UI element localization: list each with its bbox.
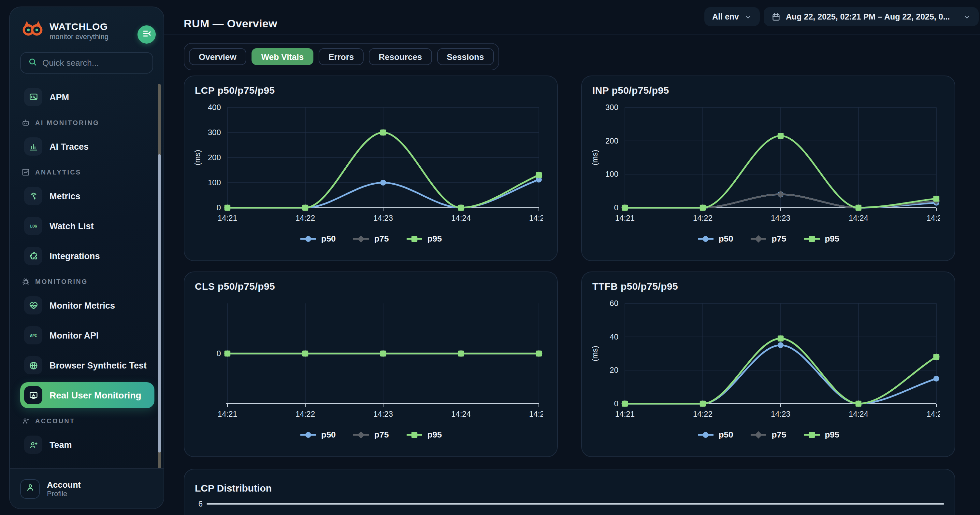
lcp-distribution-gridline <box>207 503 944 505</box>
ttfb-p95-point <box>622 401 628 407</box>
x-tick-label: 14:23 <box>771 214 791 222</box>
legend-item-p75[interactable]: p75 <box>353 234 389 244</box>
y-tick-label: 0 <box>614 203 618 212</box>
legend-label: p75 <box>374 430 389 439</box>
quick-search-input[interactable]: Quick search... <box>20 52 153 74</box>
lcp-p95-point <box>302 205 308 211</box>
inp-legend: p50p75p95 <box>582 234 955 244</box>
sidebar-item-apm[interactable]: APM <box>20 84 154 110</box>
legend-marker-circle <box>697 234 714 243</box>
legend-item-p95[interactable]: p95 <box>406 234 442 244</box>
calendar-icon <box>772 12 781 21</box>
charts-grid: LCP p50/p75/p95010020030040014:2114:2214… <box>184 76 955 457</box>
legend-item-p95[interactable]: p95 <box>803 234 839 244</box>
nav-icon-tile <box>24 137 42 155</box>
log-badge-icon: LOG <box>29 221 38 231</box>
sidebar-item-watch-list[interactable]: LOGWatch List <box>20 213 154 239</box>
y-tick-label: 200 <box>208 153 221 162</box>
sidebar-item-monitor-metrics[interactable]: Monitor Metrics <box>20 292 154 319</box>
sidebar-item-team[interactable]: Team <box>20 432 154 458</box>
inp-chart: 010020030014:2114:2214:2314:2414:25(ms) <box>587 102 940 230</box>
section-header-analytics: ANALYTICS <box>22 167 154 176</box>
sidebar-item-integrations[interactable]: Integrations <box>20 243 154 269</box>
legend-marker-square <box>406 234 423 243</box>
legend-item-p95[interactable]: p95 <box>803 430 839 439</box>
legend-label: p95 <box>825 430 839 439</box>
legend-item-p95[interactable]: p95 <box>406 430 442 439</box>
section-header-label: MONITORING <box>35 278 88 285</box>
nav-icon-tile <box>24 356 42 374</box>
tab-resources[interactable]: Resources <box>369 48 432 65</box>
y-tick-label: 100 <box>605 170 618 178</box>
tab-overview[interactable]: Overview <box>189 48 246 65</box>
page-title: RUM — Overview <box>184 18 277 31</box>
x-tick-label: 14:25 <box>529 214 543 222</box>
x-tick-label: 14:25 <box>529 409 543 418</box>
sidebar-item-metrics[interactable]: Metrics <box>20 183 154 209</box>
legend-item-p75[interactable]: p75 <box>750 234 786 244</box>
lcp-legend: p50p75p95 <box>185 234 557 244</box>
legend-item-p50[interactable]: p50 <box>300 234 336 244</box>
cls-p95-point <box>224 350 230 357</box>
legend-label: p75 <box>374 234 389 244</box>
account-footer[interactable]: Account Profile <box>10 468 164 509</box>
cls-p95-point <box>458 350 464 357</box>
section-header-label: AI MONITORING <box>35 119 99 126</box>
inp-chart-title: INP p50/p75/p95 <box>592 85 669 96</box>
legend-item-p75[interactable]: p75 <box>750 430 786 439</box>
ttfb-legend: p50p75p95 <box>582 430 955 439</box>
sidebar-item-label: Watch List <box>49 221 94 231</box>
chevron-down-icon <box>744 13 752 21</box>
tab-web-vitals[interactable]: Web Vitals <box>251 48 314 65</box>
avatar <box>20 479 40 498</box>
legend-item-p75[interactable]: p75 <box>353 430 389 439</box>
sidebar-collapse-button[interactable] <box>137 25 156 44</box>
sidebar-item-label: Monitor API <box>49 330 99 340</box>
tab-errors[interactable]: Errors <box>319 48 364 65</box>
x-tick-label: 14:21 <box>615 409 635 418</box>
x-tick-label: 14:25 <box>927 409 940 418</box>
legend-marker-diamond <box>750 234 767 243</box>
sidebar-item-monitor-api[interactable]: APIMonitor API <box>20 322 154 348</box>
sidebar-item-label: Browser Synthetic Test <box>49 360 146 370</box>
x-tick-label: 14:22 <box>693 214 713 222</box>
legend-item-p50[interactable]: p50 <box>697 430 733 439</box>
date-range-picker[interactable]: Aug 22, 2025, 02:21 PM – Aug 22, 2025, 0… <box>764 7 979 26</box>
sidebar-scrollbar-thumb[interactable] <box>158 154 161 453</box>
legend-item-p50[interactable]: p50 <box>697 234 733 244</box>
y-axis-unit-label: (ms) <box>590 346 599 361</box>
sidebar-item-label: APM <box>49 92 69 102</box>
sidebar-item-real-user-monitoring[interactable]: Real User Monitoring <box>20 382 154 408</box>
api-badge-icon: API <box>29 330 38 340</box>
y-axis-unit-label: (ms) <box>590 150 599 165</box>
sidebar-item-ai-traces[interactable]: AI Traces <box>20 133 154 160</box>
brand-tagline: monitor everything <box>49 32 108 40</box>
ttfb-p95-point <box>778 336 784 341</box>
env-select[interactable]: All env <box>705 7 760 26</box>
y-tick-label: 100 <box>208 178 221 187</box>
robot-icon <box>22 118 30 127</box>
legend-item-p50[interactable]: p50 <box>300 430 336 439</box>
x-tick-label: 14:23 <box>373 214 393 222</box>
legend-label: p50 <box>719 430 733 439</box>
inp-p95-point <box>622 205 628 211</box>
legend-label: p50 <box>321 234 336 244</box>
inp-p95-point <box>778 133 784 139</box>
legend-label: p95 <box>825 234 839 244</box>
lcp-chart-title: LCP p50/p75/p95 <box>195 85 275 96</box>
y-tick-label: 0 <box>216 203 221 212</box>
lcp-p50-point <box>380 180 386 185</box>
watchlog-owl-logo-icon <box>22 20 44 40</box>
tab-sessions[interactable]: Sessions <box>437 48 493 65</box>
inp-p95-point <box>856 205 861 211</box>
sidebar-item-browser-synthetic-test[interactable]: Browser Synthetic Test <box>20 352 154 378</box>
section-header-account: ACCOUNT <box>22 416 154 425</box>
apm-icon <box>29 92 38 102</box>
section-header-label: ACCOUNT <box>35 417 75 424</box>
header-divider <box>163 34 980 35</box>
env-select-value: All env <box>712 12 739 21</box>
ttfb-p95-point <box>700 401 706 407</box>
lcp-p95-point <box>224 205 230 211</box>
x-tick-label: 14:21 <box>218 214 237 222</box>
line-chart-icon <box>22 168 30 176</box>
